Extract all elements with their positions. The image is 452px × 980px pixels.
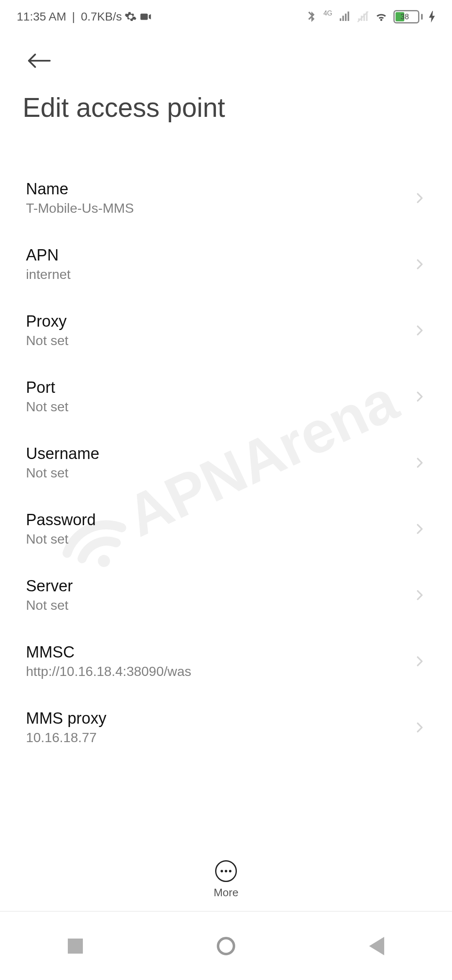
chevron-right-icon: [413, 324, 426, 337]
setting-label: Name: [26, 180, 134, 198]
bottom-action-bar: More: [0, 848, 452, 911]
status-divider: |: [69, 10, 78, 23]
page-title: Edit access point: [23, 92, 429, 123]
bluetooth-icon: [305, 10, 318, 23]
setting-label: APN: [26, 246, 71, 264]
setting-row-mms-proxy[interactable]: MMS proxy 10.16.18.77: [0, 694, 452, 761]
back-button[interactable]: [27, 46, 56, 75]
setting-row-username[interactable]: Username Not set: [0, 430, 452, 496]
battery-percentage: 38: [401, 13, 409, 21]
status-bar: 11:35 AM | 0.7KB/s 4G 38: [0, 0, 452, 34]
setting-row-port[interactable]: Port Not set: [0, 364, 452, 430]
chevron-right-icon: [413, 655, 426, 668]
battery-indicator: 38: [393, 10, 423, 23]
bottom-fade: [0, 831, 452, 848]
triangle-left-icon: [369, 937, 384, 955]
setting-row-password[interactable]: Password Not set: [0, 496, 452, 562]
chevron-right-icon: [413, 192, 426, 204]
status-right: 4G 38: [305, 10, 435, 23]
setting-value: internet: [26, 267, 71, 282]
setting-label: Username: [26, 445, 99, 463]
setting-row-apn[interactable]: APN internet: [0, 231, 452, 297]
setting-label: MMSC: [26, 643, 191, 661]
video-icon: [139, 10, 152, 23]
arrow-left-icon: [27, 52, 52, 69]
setting-value: 10.16.18.77: [26, 730, 106, 745]
setting-value: Not set: [26, 465, 99, 481]
gear-icon: [124, 10, 137, 23]
header: Edit access point: [0, 34, 452, 132]
nav-recent-button[interactable]: [64, 935, 86, 957]
status-speed: 0.7KB/s: [81, 10, 122, 23]
wifi-icon: [375, 10, 388, 23]
setting-value: T-Mobile-Us-MMS: [26, 201, 134, 216]
setting-row-name[interactable]: Name T-Mobile-Us-MMS: [0, 165, 452, 231]
circle-icon: [217, 937, 235, 955]
nav-back-button[interactable]: [366, 935, 388, 957]
setting-value: Not set: [26, 333, 68, 348]
signal-sim1-icon: [338, 10, 351, 23]
setting-label: Proxy: [26, 312, 68, 330]
more-label: More: [213, 886, 238, 899]
chevron-right-icon: [413, 523, 426, 535]
charging-bolt-icon: [429, 11, 435, 23]
settings-list: Name T-Mobile-Us-MMS APN internet Proxy …: [0, 165, 452, 761]
square-icon: [68, 939, 83, 954]
status-time: 11:35 AM: [17, 10, 66, 23]
setting-label: MMS proxy: [26, 709, 106, 727]
chevron-right-icon: [413, 456, 426, 469]
setting-label: Password: [26, 511, 96, 529]
setting-row-server[interactable]: Server Not set: [0, 562, 452, 628]
setting-value: http://10.16.18.4:38090/was: [26, 664, 191, 679]
setting-value: Not set: [26, 531, 96, 547]
setting-row-mmsc[interactable]: MMSC http://10.16.18.4:38090/was: [0, 628, 452, 694]
more-icon: [215, 860, 237, 882]
more-button[interactable]: More: [213, 860, 238, 899]
chevron-right-icon: [413, 258, 426, 271]
nav-home-button[interactable]: [215, 935, 237, 957]
chevron-right-icon: [413, 589, 426, 601]
chevron-right-icon: [413, 721, 426, 734]
setting-row-proxy[interactable]: Proxy Not set: [0, 297, 452, 364]
setting-value: Not set: [26, 399, 68, 415]
status-left: 11:35 AM | 0.7KB/s: [17, 10, 152, 23]
network-4g-label: 4G: [324, 10, 332, 17]
setting-value: Not set: [26, 598, 73, 613]
signal-sim2-icon: [357, 10, 369, 23]
setting-label: Server: [26, 577, 73, 595]
chevron-right-icon: [413, 390, 426, 403]
setting-label: Port: [26, 379, 68, 397]
system-nav-bar: [0, 911, 452, 980]
